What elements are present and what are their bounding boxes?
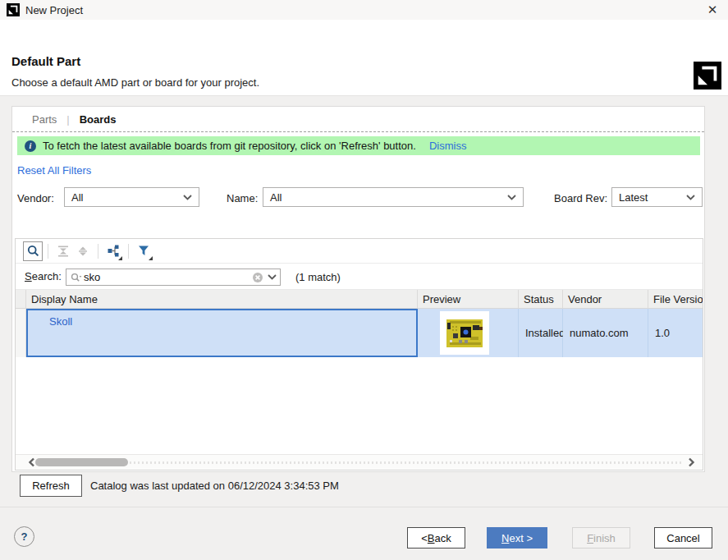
amd-app-icon xyxy=(7,3,20,16)
search-label: Search: xyxy=(25,270,62,282)
finish-button: Finish xyxy=(572,527,630,549)
cell-vendor[interactable]: numato.com xyxy=(563,309,648,357)
new-project-dialog: New Project ✕ Default Part Choose a defa… xyxy=(0,0,728,560)
table-row[interactable]: Skoll xyxy=(16,309,703,357)
reset-all-filters-link[interactable]: Reset All Filters xyxy=(17,164,91,177)
filter-button[interactable] xyxy=(134,241,153,261)
scrollbar-track[interactable] xyxy=(43,461,683,464)
vendor-dropdown[interactable]: All xyxy=(64,187,199,207)
page-subtitle: Choose a default AMD part or board for y… xyxy=(11,76,259,89)
search-row: Search: (1 match) xyxy=(16,264,703,290)
cell-status[interactable]: Installed xyxy=(519,309,563,357)
collapse-all-icon xyxy=(57,246,69,257)
board-preview-frame xyxy=(440,311,489,355)
back-button[interactable]: < Back xyxy=(407,527,465,549)
board-preview-image xyxy=(446,319,483,348)
search-label-rest: earch: xyxy=(32,270,62,282)
column-header-status[interactable]: Status xyxy=(519,290,563,309)
table-header-row: Display Name Preview Status Vendor File … xyxy=(16,290,703,309)
toolbar-divider xyxy=(48,244,48,259)
amd-logo xyxy=(694,62,721,90)
board-rev-dropdown[interactable]: Latest xyxy=(611,187,703,207)
back-label-mnemonic: B xyxy=(428,532,435,544)
match-count: (1 match) xyxy=(295,271,341,283)
search-label-mnemonic: S xyxy=(25,270,32,282)
vendor-label: Vendor: xyxy=(17,192,54,204)
board-name: Skoll xyxy=(49,315,72,328)
toolbar-divider xyxy=(128,244,129,259)
chevron-down-icon xyxy=(183,195,192,200)
filter-icon xyxy=(138,246,149,256)
name-value: All xyxy=(270,191,507,204)
dismiss-link[interactable]: Dismiss xyxy=(429,140,467,152)
catalog-status: Catalog was last updated on 06/12/2024 3… xyxy=(90,480,339,492)
scrollbar-thumb[interactable] xyxy=(35,458,128,466)
search-input[interactable] xyxy=(82,271,252,283)
search-toggle-button[interactable] xyxy=(23,241,43,261)
boards-table-panel: Search: (1 match) xyxy=(15,238,703,470)
tab-parts[interactable]: Parts xyxy=(30,113,58,126)
page-title: Default Part xyxy=(11,54,80,68)
board-status: Installed xyxy=(525,327,565,339)
cell-file-version[interactable]: 1.0 xyxy=(648,309,703,357)
board-rev-label: Board Rev: xyxy=(554,192,607,204)
info-icon: i xyxy=(25,140,36,152)
finish-label-rest: inish xyxy=(593,532,616,544)
window-title: New Project xyxy=(25,4,83,16)
title-bar: New Project ✕ xyxy=(0,0,728,21)
clear-search-icon[interactable] xyxy=(252,272,263,283)
dropdown-corner-indicator xyxy=(149,256,153,260)
cell-preview[interactable] xyxy=(418,309,519,357)
expand-all-button[interactable] xyxy=(73,241,93,261)
close-icon[interactable]: ✕ xyxy=(704,2,721,18)
column-header-display-name[interactable]: Display Name xyxy=(26,290,418,309)
cancel-button[interactable]: Cancel xyxy=(654,527,712,549)
tab-bar: Parts | Boards xyxy=(12,107,704,132)
board-file-version: 1.0 xyxy=(655,327,670,339)
banner-message: To fetch the latest available boards fro… xyxy=(43,140,416,152)
chevron-down-icon xyxy=(686,195,695,200)
scroll-right-icon[interactable] xyxy=(686,457,696,467)
column-header-vendor[interactable]: Vendor xyxy=(563,290,648,309)
collapse-all-button[interactable] xyxy=(53,241,73,261)
toolbar-divider xyxy=(98,244,98,259)
search-field[interactable] xyxy=(66,269,281,286)
info-banner: i To fetch the latest available boards f… xyxy=(17,136,700,155)
back-label-rest: ack xyxy=(435,532,451,544)
expand-all-icon xyxy=(77,246,89,257)
column-header-file-version[interactable]: File Version xyxy=(648,290,703,309)
wizard-header: Default Part Choose a default AMD part o… xyxy=(0,20,728,96)
search-field-icon xyxy=(71,273,82,282)
search-history-chevron-icon[interactable] xyxy=(268,274,277,280)
board-rev-value: Latest xyxy=(619,191,686,204)
group-by-button[interactable] xyxy=(103,241,123,261)
row-gutter-header xyxy=(16,290,26,309)
vendor-value: All xyxy=(71,191,183,204)
tab-boards[interactable]: Boards xyxy=(78,113,118,126)
column-header-preview[interactable]: Preview xyxy=(418,290,519,309)
refresh-button[interactable]: Refresh xyxy=(20,475,82,497)
back-label-pre: < xyxy=(421,532,428,544)
table-toolbar xyxy=(16,239,703,264)
tab-separator: | xyxy=(66,113,69,126)
search-icon xyxy=(27,245,39,257)
row-gutter xyxy=(16,309,26,357)
name-label: Name: xyxy=(227,192,258,204)
cell-display-name[interactable]: Skoll xyxy=(26,309,418,357)
next-button[interactable]: Next > xyxy=(487,527,547,549)
next-label-mnemonic: N xyxy=(501,532,509,544)
finish-label-mnemonic: F xyxy=(587,532,593,544)
chevron-down-icon xyxy=(507,195,516,200)
default-part-panel: Parts | Boards i To fetch the latest ava… xyxy=(11,106,705,472)
help-button[interactable]: ? xyxy=(14,526,34,547)
dropdown-corner-indicator xyxy=(118,256,122,260)
horizontal-scrollbar[interactable] xyxy=(16,454,703,470)
next-label-rest: ext > xyxy=(509,532,533,544)
footer-divider xyxy=(0,507,728,507)
board-vendor: numato.com xyxy=(570,327,629,339)
name-dropdown[interactable]: All xyxy=(263,187,524,207)
